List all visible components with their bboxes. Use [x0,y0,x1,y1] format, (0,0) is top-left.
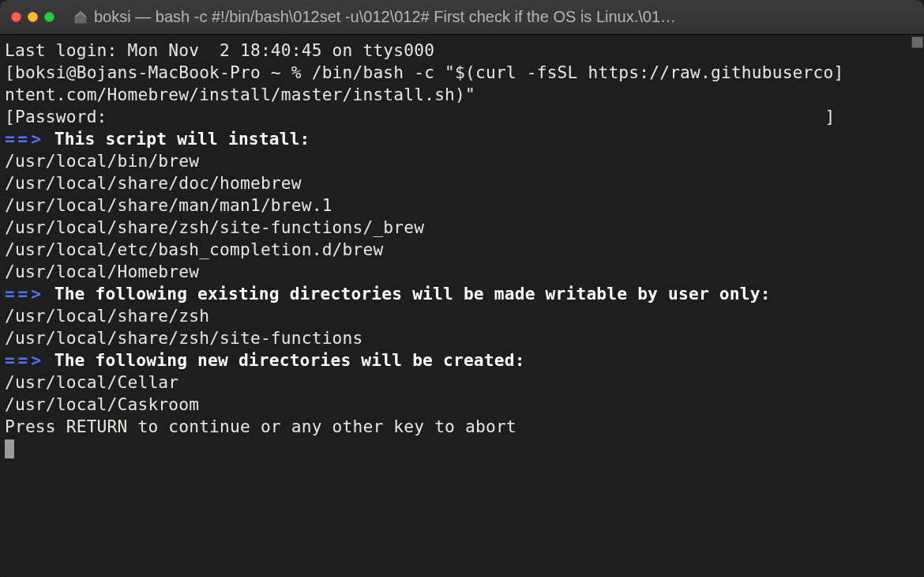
password-label: Password: [15,107,107,126]
scrollbar[interactable] [911,36,923,48]
install-path: /usr/local/etc/bash_completion.d/brew [5,239,919,261]
install-path: /usr/local/share/zsh/site-functions/_bre… [5,217,919,239]
install-path: /usr/local/share/doc/homebrew [5,172,919,194]
last-login-line: Last login: Mon Nov 2 18:40:45 on ttys00… [5,40,919,62]
bracket-close: ] [825,107,836,126]
install-path: /usr/local/Homebrew [5,261,919,283]
cursor [5,439,14,458]
prompt-line-2: ntent.com/Homebrew/install/master/instal… [5,84,919,106]
newdir-header-line: ==> The following new directories will b… [5,349,919,371]
close-button[interactable] [11,12,21,22]
newdir-path: /usr/local/Cellar [5,371,919,394]
arrow-icon: ==> [5,284,44,304]
install-path: /usr/local/bin/brew [5,150,919,172]
newdir-header: The following new directories will be cr… [44,350,525,370]
maximize-button[interactable] [44,12,54,22]
terminal-body[interactable]: Last login: Mon Nov 2 18:40:45 on ttys00… [0,35,924,577]
writable-header-line: ==> The following existing directories w… [5,283,919,305]
traffic-lights [11,12,54,22]
writable-header: The following existing directories will … [44,284,771,304]
install-header: This script will install: [44,129,310,149]
terminal-window: boksi — bash -c #!/bin/bash\012set -u\01… [0,0,924,577]
window-title: boksi — bash -c #!/bin/bash\012set -u\01… [94,8,676,26]
title-area: boksi — bash -c #!/bin/bash\012set -u\01… [54,8,913,26]
writable-path: /usr/local/share/zsh/site-functions [5,327,919,349]
bracket-open: [ [5,107,15,126]
writable-path: /usr/local/share/zsh [5,305,919,327]
minimize-button[interactable] [28,12,38,22]
home-icon [73,10,88,25]
password-line: [Password:] [5,106,919,128]
prompt-line: [boksi@Bojans-MacBook-Pro ~ % /bin/bash … [5,62,919,84]
arrow-icon: ==> [5,350,44,370]
install-path: /usr/local/share/man/man1/brew.1 [5,194,919,217]
newdir-path: /usr/local/Caskroom [5,394,919,416]
install-header-line: ==> This script will install: [5,128,919,150]
cursor-line [5,438,919,460]
titlebar[interactable]: boksi — bash -c #!/bin/bash\012set -u\01… [0,0,924,35]
continue-prompt: Press RETURN to continue or any other ke… [5,416,919,438]
arrow-icon: ==> [5,129,44,149]
